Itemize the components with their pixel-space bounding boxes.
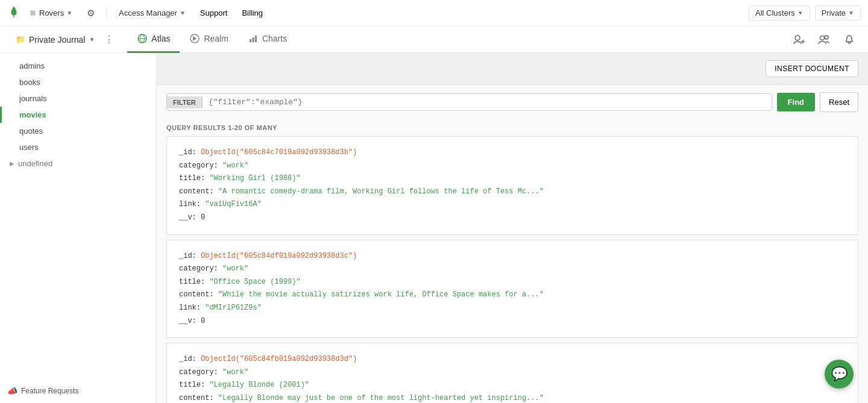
tab-atlas[interactable]: Atlas <box>127 27 180 53</box>
filter-badge: FILTER <box>167 96 203 108</box>
doc1-content-field: content: "A romantic comedy-drama film, … <box>179 186 846 199</box>
feature-requests-link[interactable]: 📣 Feature Requests <box>7 386 78 396</box>
sidebar-item-movies[interactable]: movies <box>0 107 156 123</box>
doc2-id-field: _id: ObjectId("605c84df019a092d93938d3c"… <box>179 250 846 263</box>
sidebar-item-journals[interactable]: journals <box>0 90 156 107</box>
settings-button[interactable]: ⚙ <box>82 5 99 22</box>
query-results-bar: QUERY RESULTS 1-20 OF MANY <box>157 119 868 136</box>
charts-icon <box>248 33 259 44</box>
rovers-selector[interactable]: ⊞ Rovers ▼ <box>25 6 77 20</box>
chat-fab-button[interactable]: 💬 <box>825 360 854 389</box>
db-chevron: ▼ <box>89 36 95 43</box>
rovers-label: Rovers <box>39 8 64 17</box>
section-arrow-icon: ▶ <box>10 160 14 167</box>
doc1-category-field: category: "work" <box>179 160 846 173</box>
database-selector[interactable]: 📁 Private Journal ▼ <box>10 31 101 48</box>
add-user-icon-button[interactable] <box>790 31 808 49</box>
document-card-2[interactable]: _id: ObjectId("605c84df019a092d93938d3c"… <box>166 240 858 339</box>
filter-input[interactable] <box>203 94 772 110</box>
doc2-v-field: __v: 0 <box>179 315 846 328</box>
grid-icon: ⊞ <box>30 9 36 17</box>
secondary-nav-right <box>790 31 858 49</box>
users-icon <box>818 34 830 46</box>
doc1-title-field: title: "Working Girl (1988)" <box>179 172 846 186</box>
tab-realm[interactable]: Realm <box>180 27 237 53</box>
doc2-title-field: title: "Office Space (1999)" <box>179 276 846 289</box>
svg-rect-4 <box>252 37 254 42</box>
document-card-1[interactable]: _id: ObjectId("605c84c7019a092d93938d3b"… <box>166 136 858 235</box>
bell-icon-button[interactable] <box>840 31 858 49</box>
undefined-label: undefined <box>18 159 52 168</box>
support-button[interactable]: Support <box>195 6 233 20</box>
doc1-link-field: link: "va1UqFiv16A" <box>179 198 846 211</box>
nav-divider-1 <box>106 7 107 19</box>
access-manager-button[interactable]: Access Manager ▼ <box>114 6 190 20</box>
top-nav-right: All Clusters ▼ Private ▼ <box>749 5 861 20</box>
sidebar-section-undefined[interactable]: ▶ undefined <box>0 155 156 172</box>
svg-point-9 <box>820 36 825 40</box>
billing-button[interactable]: Billing <box>237 6 268 20</box>
clusters-chevron: ▼ <box>797 10 804 16</box>
top-navigation: ⊞ Rovers ▼ ⚙ Access Manager ▼ Support Bi… <box>0 0 868 27</box>
megaphone-icon: 📣 <box>7 386 17 396</box>
realm-tab-label: Realm <box>204 34 228 43</box>
chat-bubble-icon: 💬 <box>831 366 848 382</box>
svg-point-6 <box>795 36 800 40</box>
access-manager-label: Access Manager <box>119 8 177 17</box>
svg-rect-5 <box>255 36 257 42</box>
atlas-tab-label: Atlas <box>151 34 170 43</box>
filter-input-wrap: FILTER <box>166 93 772 111</box>
find-button[interactable]: Find <box>777 93 815 111</box>
access-manager-chevron: ▼ <box>180 10 186 16</box>
sidebar: admins books journals movies quotes user… <box>0 53 157 403</box>
folder-icon: 📁 <box>16 35 25 44</box>
add-user-icon <box>793 34 805 46</box>
doc3-title-field: title: "Legally Blonde (2001)" <box>179 379 846 392</box>
doc1-v-field: __v: 0 <box>179 211 846 225</box>
all-clusters-selector[interactable]: All Clusters ▼ <box>749 5 810 20</box>
more-options-button[interactable]: ⋮ <box>101 31 118 48</box>
doc3-content-field: content: "Legally Blonde may just be one… <box>179 392 846 403</box>
private-selector[interactable]: Private ▼ <box>815 5 861 20</box>
doc3-id-field: _id: ObjectId("605c84fb019a092d93938d3d"… <box>179 353 846 366</box>
bell-icon <box>843 34 855 46</box>
private-chevron: ▼ <box>848 10 854 16</box>
query-results-label: QUERY RESULTS <box>166 124 226 131</box>
query-results-count: 1-20 OF MANY <box>228 124 277 131</box>
rovers-chevron: ▼ <box>66 10 72 16</box>
document-card-3[interactable]: _id: ObjectId("605c84fb019a092d93938d3d"… <box>166 343 858 403</box>
secondary-navigation: 📁 Private Journal ▼ ⋮ Atlas Realm <box>0 27 868 53</box>
tab-charts[interactable]: Charts <box>238 27 297 53</box>
atlas-icon <box>137 33 148 44</box>
main-content: INSERT DOCUMENT FILTER Find Reset QUERY … <box>157 53 868 403</box>
sidebar-item-users[interactable]: users <box>0 139 156 155</box>
toolbar: INSERT DOCUMENT <box>157 53 868 85</box>
doc1-id-field: _id: ObjectId("605c84c7019a092d93938d3b"… <box>179 146 846 160</box>
svg-rect-3 <box>250 39 251 42</box>
svg-point-10 <box>825 36 828 39</box>
sidebar-item-admins[interactable]: admins <box>0 58 156 74</box>
doc2-content-field: content: "While the movie actually satir… <box>179 289 846 302</box>
reset-button[interactable]: Reset <box>820 92 858 112</box>
charts-tab-label: Charts <box>262 34 287 43</box>
doc2-link-field: link: "dMIrlP61Z9s" <box>179 302 846 315</box>
mongodb-logo <box>7 5 20 20</box>
users-icon-button[interactable] <box>815 31 833 49</box>
sidebar-item-books[interactable]: books <box>0 74 156 90</box>
feature-requests-label: Feature Requests <box>21 387 78 395</box>
insert-document-button[interactable]: INSERT DOCUMENT <box>766 60 858 77</box>
sidebar-item-quotes[interactable]: quotes <box>0 123 156 139</box>
documents-list: _id: ObjectId("605c84c7019a092d93938d3b"… <box>157 136 868 403</box>
realm-icon <box>189 33 200 44</box>
database-name: Private Journal <box>29 35 85 45</box>
filter-bar: FILTER Find Reset <box>157 85 868 119</box>
doc3-category-field: category: "work" <box>179 366 846 380</box>
doc2-category-field: category: "work" <box>179 263 846 276</box>
main-layout: admins books journals movies quotes user… <box>0 53 868 403</box>
nav-tabs: Atlas Realm Charts <box>127 27 297 53</box>
